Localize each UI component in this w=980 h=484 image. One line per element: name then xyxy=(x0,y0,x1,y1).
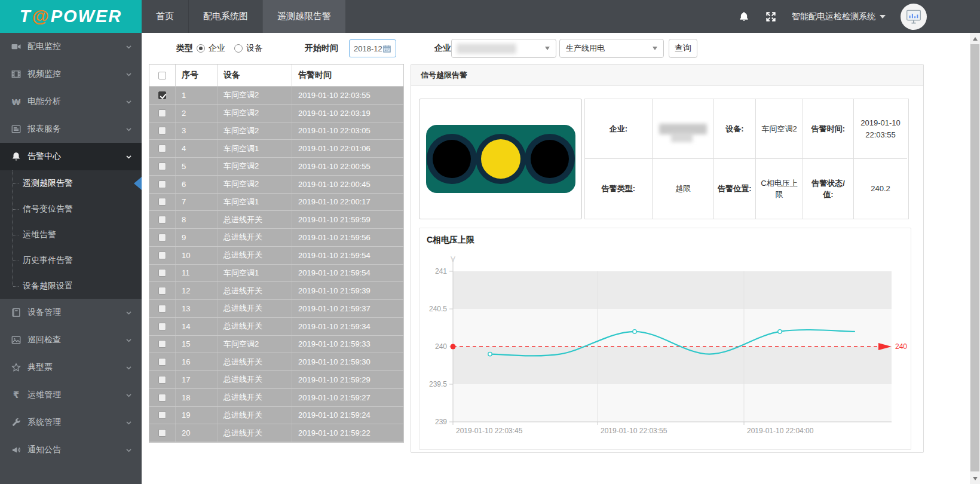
notifications-bell-icon[interactable] xyxy=(738,11,750,23)
alarm-row-19[interactable]: 19总进线开关2019-01-10 21:59:24 xyxy=(149,407,403,425)
row-checkbox[interactable] xyxy=(158,429,166,437)
cell-alarm-time: 2019-01-10 22:00:17 xyxy=(292,194,403,211)
row-checkbox[interactable] xyxy=(158,340,166,348)
row-checkbox-cell xyxy=(149,318,176,335)
row-checkbox[interactable] xyxy=(158,305,166,313)
select-all-checkbox[interactable] xyxy=(158,72,166,79)
row-checkbox[interactable] xyxy=(158,411,166,419)
alarm-row-12[interactable]: 12总进线开关2019-01-10 21:59:39 xyxy=(149,282,403,300)
alarm-row-18[interactable]: 18总进线开关2019-01-10 21:59:27 xyxy=(149,389,403,407)
alarm-row-11[interactable]: 11车间空调12019-01-10 21:59:54 xyxy=(149,265,403,283)
alarm-row-15[interactable]: 15车间空调22019-01-10 21:59:33 xyxy=(149,336,403,354)
alarm-row-17[interactable]: 17总进线开关2019-01-10 21:59:29 xyxy=(149,371,403,389)
chevron-down-icon xyxy=(125,153,133,161)
sidebar-item-energy-analysis[interactable]: ₩电能分析 xyxy=(0,88,142,115)
alarm-row-14[interactable]: 14总进线开关2019-01-10 21:59:34 xyxy=(149,318,403,336)
row-checkbox[interactable] xyxy=(158,127,166,134)
query-button[interactable]: 查询 xyxy=(669,39,697,58)
cell-no: 7 xyxy=(176,194,218,211)
sidebar-item-system-mgmt[interactable]: 系统管理 xyxy=(0,409,142,436)
alarm-row-7[interactable]: 7车间空调12019-01-10 22:00:17 xyxy=(149,194,403,212)
start-time-input[interactable] xyxy=(354,44,382,53)
sidebar-subitem-history-event-alarm[interactable]: 历史事件告警 xyxy=(0,247,142,273)
row-checkbox[interactable] xyxy=(158,198,166,206)
scrollbar-thumb[interactable] xyxy=(970,44,979,471)
sidebar-subitem-signal-change-alarm[interactable]: 信号变位告警 xyxy=(0,196,142,222)
alarm-row-20[interactable]: 20总进线开关2019-01-10 21:59:22 xyxy=(149,424,403,442)
row-checkbox-cell xyxy=(149,105,176,122)
info-value-3: 越限 xyxy=(653,159,714,219)
sidebar-subitem-telemetry-limit-alarm[interactable]: 遥测越限告警 xyxy=(0,170,142,196)
cell-alarm-time: 2019-01-10 21:59:22 xyxy=(292,424,403,442)
cell-no: 12 xyxy=(176,282,218,299)
sidebar-item-device-mgmt[interactable]: 设备管理 xyxy=(0,299,142,326)
alarm-row-13[interactable]: 13总进线开关2019-01-10 21:59:37 xyxy=(149,300,403,318)
usage-select-value: 生产线用电 xyxy=(566,43,605,54)
row-checkbox[interactable] xyxy=(158,323,166,330)
system-menu[interactable]: 智能配电运检检测系统 xyxy=(792,11,886,22)
alarm-row-9[interactable]: 9总进线开关2019-01-10 21:59:56 xyxy=(149,229,403,247)
row-checkbox[interactable] xyxy=(158,252,166,259)
row-checkbox[interactable] xyxy=(158,109,166,117)
sidebar-item-alarm-center[interactable]: 告警中心 xyxy=(0,143,142,170)
avatar[interactable] xyxy=(901,4,927,30)
row-checkbox[interactable] xyxy=(158,394,166,402)
enterprise-select[interactable] xyxy=(451,39,556,58)
cell-alarm-time: 2019-01-10 21:59:29 xyxy=(292,371,403,388)
alarm-table: 序号设备告警时间 1车间空调22019-01-10 22:03:552车间空调2… xyxy=(149,64,404,443)
info-value-4: C相电压上限 xyxy=(756,159,803,219)
sidebar-item-patrol-inspection[interactable]: 巡回检查 xyxy=(0,326,142,354)
row-checkbox[interactable] xyxy=(158,358,166,366)
traffic-light-bulb-off xyxy=(525,134,575,184)
cell-no: 20 xyxy=(176,424,218,442)
type-radio-option-0[interactable]: 企业 xyxy=(197,43,225,54)
sidebar-item-typical-ticket[interactable]: 典型票 xyxy=(0,354,142,381)
row-checkbox-cell xyxy=(149,371,176,388)
alarm-row-4[interactable]: 4车间空调12019-01-10 22:01:06 xyxy=(149,140,403,158)
alarm-row-8[interactable]: 8总进线开关2019-01-10 21:59:59 xyxy=(149,211,403,229)
row-checkbox[interactable] xyxy=(158,163,166,170)
sidebar-item-report-service[interactable]: 报表服务 xyxy=(0,115,142,143)
nav-tab-home[interactable]: 首页 xyxy=(142,0,188,33)
alarm-row-5[interactable]: 5车间空调22019-01-10 22:00:55 xyxy=(149,158,403,176)
sidebar-item-ops-mgmt[interactable]: ₹运维管理 xyxy=(0,381,142,409)
usage-select[interactable]: 生产线用电 xyxy=(559,39,664,58)
row-checkbox[interactable] xyxy=(158,145,166,152)
start-time-field[interactable] xyxy=(349,39,396,57)
traffic-light-bulb-yellow xyxy=(476,134,526,184)
row-checkbox[interactable] xyxy=(158,287,166,295)
type-radio-option-1[interactable]: 设备 xyxy=(234,43,263,54)
sidebar-item-video-monitor[interactable]: 视频监控 xyxy=(0,60,142,88)
row-checkbox[interactable] xyxy=(158,216,166,223)
nav-tab-distribution-diagram[interactable]: 配电系统图 xyxy=(188,0,262,33)
row-checkbox[interactable] xyxy=(158,269,166,277)
calendar-icon[interactable] xyxy=(382,44,391,53)
alarm-row-10[interactable]: 10总进线开关2019-01-10 21:59:54 xyxy=(149,247,403,265)
voltage-line-chart: 241240.5240239.5239V2019-01-10 22:03:452… xyxy=(419,228,912,451)
alarm-row-2[interactable]: 2车间空调22019-01-10 22:03:19 xyxy=(149,105,403,122)
row-checkbox[interactable] xyxy=(158,234,166,241)
sidebar-item-notice[interactable]: 通知公告 xyxy=(0,436,142,464)
alarm-row-1[interactable]: 1车间空调22019-01-10 22:03:55 xyxy=(149,87,403,105)
sidebar-item-distribution-monitor[interactable]: 配电监控 xyxy=(0,33,142,60)
alarm-row-16[interactable]: 16总进线开关2019-01-10 21:59:30 xyxy=(149,353,403,371)
radio-unselected-icon[interactable] xyxy=(234,44,243,53)
svg-text:2019-01-10 22:03:45: 2019-01-10 22:03:45 xyxy=(456,427,523,435)
sidebar-subitem-ops-alarm[interactable]: 运维告警 xyxy=(0,222,142,247)
rupee-icon: ₹ xyxy=(10,389,22,401)
row-checkbox[interactable] xyxy=(158,180,166,188)
row-checkbox[interactable] xyxy=(158,91,166,99)
row-checkbox[interactable] xyxy=(158,376,166,384)
alarm-row-3[interactable]: 3车间空调22019-01-10 22:03:05 xyxy=(149,122,403,140)
fullscreen-icon[interactable] xyxy=(765,11,777,23)
cell-no: 8 xyxy=(176,211,218,228)
alarm-row-6[interactable]: 6车间空调22019-01-10 22:00:45 xyxy=(149,176,403,194)
scrollbar-up-button[interactable] xyxy=(970,33,980,44)
logo-t: T xyxy=(20,7,32,26)
row-checkbox-cell xyxy=(149,229,176,246)
svg-text:V: V xyxy=(451,255,455,264)
scrollbar-down-button[interactable] xyxy=(970,473,980,483)
radio-selected-icon[interactable] xyxy=(197,44,205,53)
sidebar-subitem-device-limit-setting[interactable]: 设备越限设置 xyxy=(0,273,142,299)
nav-tab-telemetry-limit-alarm[interactable]: 遥测越限告警 xyxy=(262,0,345,33)
